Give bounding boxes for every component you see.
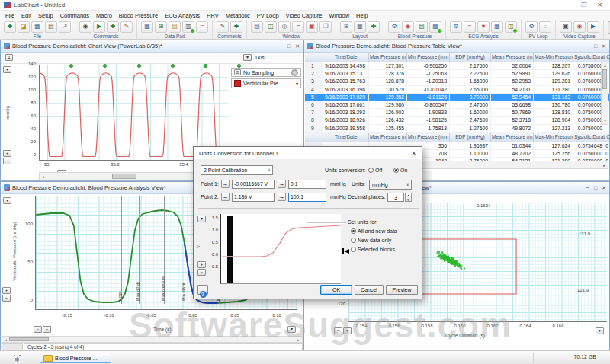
all-and-new-data-radio[interactable]: All and new data [351, 228, 397, 234]
channel-selector[interactable]: Ventricular Pre... ▾ [231, 78, 301, 88]
table-row[interactable]: 59/16/2003 17.029129.352-1.811253.700005… [305, 94, 609, 101]
selected-blocks-radio[interactable]: Selected blocks [351, 247, 395, 252]
channel-scale-dropdown-icon[interactable]: ▾ [3, 66, 11, 73]
find-icon[interactable]: ◉ [79, 21, 92, 33]
menu-macro[interactable]: Macro [96, 12, 112, 19]
overlay-icon[interactable]: ◫ [265, 21, 277, 33]
bp-cycle-icon[interactable]: ◉ [402, 21, 414, 33]
layout-icon[interactable]: ▦ [354, 21, 366, 33]
menu-video-capture[interactable]: Video Capture [286, 12, 323, 19]
rate-dropdown-icon[interactable]: ▾ [243, 54, 252, 61]
cancel-button[interactable]: Cancel [355, 285, 384, 295]
tile-windows-icon[interactable]: ▤ [251, 21, 263, 33]
units-select[interactable]: mmHg∨ [369, 180, 412, 190]
classifier-minimize-button[interactable]: ─ [586, 185, 589, 191]
menu-blood-pressure[interactable]: Blood Pressure [119, 12, 158, 19]
chart-window-titlebar[interactable]: Blood Pressure Demo.adicht: Chart View (… [1, 40, 303, 53]
image-view-icon[interactable]: ▣ [306, 21, 318, 33]
comment-add-icon[interactable]: ✚ [230, 21, 242, 33]
analysis-y-zoom-out-button[interactable]: − [2, 295, 11, 302]
chart-minimize-button[interactable]: ─ [279, 43, 283, 49]
spectrum-icon[interactable]: ≈ [292, 21, 304, 33]
menu-ecg-analysis[interactable]: ECG Analysis [165, 12, 200, 19]
menu-file[interactable]: File [5, 12, 14, 19]
zoom-window-icon[interactable]: ◎ [278, 21, 291, 33]
calibration-mode-select[interactable]: 2 Point Calibration∨ [201, 165, 273, 175]
comment-flag[interactable]: 1 [5, 54, 13, 61]
table-row[interactable]: 89/16/2003 18.926126.432-1.981252.475005… [305, 117, 609, 124]
help-button[interactable]: ? [197, 285, 208, 295]
ok-button[interactable]: OK [320, 285, 352, 295]
table-row[interactable]: 99/16/2003 19.558125.455-1.758131.275004… [305, 125, 609, 133]
point1-set-button[interactable]: → [221, 180, 230, 188]
classifier-x-scale-dropdown-icon[interactable]: ▾ [596, 327, 604, 334]
grid-layout-icon[interactable]: ⊞ [340, 21, 352, 33]
record-icon[interactable]: ◉ [573, 21, 586, 33]
add-comment-icon[interactable]: ✚ [107, 21, 119, 33]
classifier-x-zoom-in-button[interactable]: + [343, 327, 352, 334]
table-row[interactable]: 69/16/2003 17.661129.980-0.8005472.47500… [305, 101, 609, 109]
preview-button[interactable]: Preview [386, 285, 418, 295]
analysis-x-zoom-in-button[interactable]: + [43, 326, 51, 333]
sampling-menu-icon[interactable]: ≡ [234, 69, 241, 75]
app-maximize-button[interactable]: ❐ [581, 2, 586, 8]
preview-zoom-out-button[interactable]: − [197, 269, 206, 276]
play-video-icon[interactable]: ▶ [587, 21, 599, 33]
menu-help[interactable]: Help [356, 12, 368, 19]
macro-icon[interactable]: ▶ [93, 21, 105, 33]
ecg-wave-icon[interactable]: ≈ [464, 21, 476, 33]
point2-raw-field[interactable]: 1.186 V [232, 193, 274, 202]
annotate-icon[interactable]: ✎ [120, 21, 133, 33]
analysis-x-scale-dropdown-icon[interactable]: ▾ [287, 326, 296, 333]
table-window-titlebar[interactable]: Blood Pressure Demo.adicht: Blood Pressu… [304, 40, 609, 53]
labchart-taskbar-icon[interactable] [12, 353, 22, 362]
analysis-h-scrollbar[interactable]: ◂ ▸ [2, 336, 303, 343]
menu-metabolic[interactable]: Metabolic [226, 12, 250, 19]
datapad-view-icon[interactable]: ▦ [141, 21, 153, 33]
datapad-options-icon[interactable]: ▤ [169, 21, 181, 33]
dialog-close-icon[interactable]: ✕ [411, 150, 416, 157]
export-icon[interactable]: ↗ [59, 21, 71, 33]
ecg-averaging-icon[interactable]: ◫ [505, 21, 517, 33]
menu-window[interactable]: Window [329, 12, 349, 19]
table-v-scrollbar[interactable]: ▴ ▾ [601, 62, 608, 125]
pv-settings-icon[interactable]: ⚙ [525, 21, 538, 33]
copy-window-icon[interactable]: ❐ [319, 21, 332, 33]
chart-zoom-out-button[interactable]: − [3, 158, 11, 164]
point1-raw-field[interactable]: -0.00116667 V [232, 180, 274, 189]
ecg-table-icon[interactable]: ▦ [491, 21, 503, 33]
chart-zoom-in-button[interactable]: + [3, 150, 11, 157]
analysis-x-zoom-out-button[interactable]: − [34, 326, 42, 333]
classifier-close-button[interactable]: ✕ [602, 185, 606, 191]
point2-set-button[interactable]: → [221, 193, 230, 201]
menu-setup[interactable]: Setup [38, 12, 53, 19]
table-maximize-button[interactable]: □ [594, 43, 597, 49]
ecg-settings-icon[interactable]: ⚙ [450, 21, 462, 33]
datapad-add-icon[interactable]: ⊞ [155, 21, 167, 33]
point1-value-field[interactable]: 0.1 [288, 180, 326, 189]
classifier-maximize-button[interactable]: □ [594, 185, 597, 191]
camera-icon[interactable]: ▣ [560, 21, 572, 33]
new-file-icon[interactable]: ✚ [4, 21, 16, 33]
print-icon[interactable]: ▤ [45, 21, 57, 33]
table-close-button[interactable]: ✕ [602, 43, 606, 49]
bp-table-icon[interactable]: ▦ [429, 21, 441, 33]
table-row[interactable]: 39/16/2003 15.763128.878-1.203131.650005… [305, 78, 609, 85]
classifier-x-zoom-out-button[interactable]: − [334, 327, 342, 334]
no-sampling-box[interactable]: ≡ No Sampling [231, 68, 301, 77]
comments-list-icon[interactable]: ✎ [217, 21, 229, 33]
table-minimize-button[interactable]: ─ [586, 43, 589, 49]
table-row[interactable]: 29/16/2003 15.13128.376-1.250632.2250052… [305, 70, 609, 78]
dialog-titlebar[interactable]: Units Conversion for Channel 1 ✕ [194, 147, 422, 159]
analysis-y-zoom-in-button[interactable]: + [2, 287, 11, 294]
table-row[interactable]: 79/16/2003 18.293126.902-1.908331.600005… [305, 109, 609, 117]
taskbar-item-blood-pressure[interactable]: Blood Pressure ... [40, 353, 111, 363]
bp-settings-icon[interactable]: ⚙ [388, 21, 400, 33]
menu-edit[interactable]: Edit [21, 12, 31, 19]
chart-close-button[interactable]: ✕ [295, 43, 300, 49]
hrv-icon[interactable]: ♥ [477, 21, 490, 33]
table-row[interactable]: 49/16/2003 16.396130.579-0.7010422.65000… [305, 86, 609, 94]
new-layout-icon[interactable]: ✚ [368, 21, 380, 33]
pv-loop-icon[interactable]: ◌ [539, 21, 551, 33]
menu-commands[interactable]: Commands [60, 12, 89, 19]
